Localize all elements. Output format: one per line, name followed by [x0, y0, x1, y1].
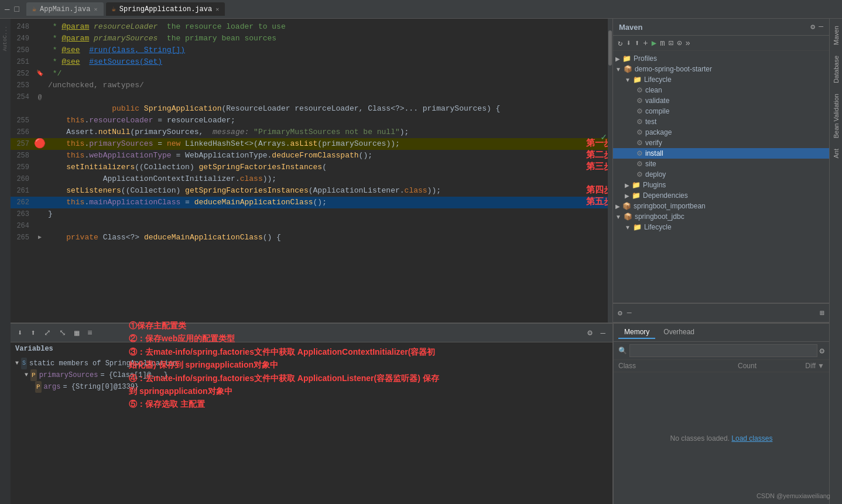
side-tab-bean-validation[interactable]: Bean Validation — [831, 89, 841, 143]
gear-icon-clean: ⚙ — [636, 86, 643, 94]
tree-arrow-dependencies: ▶ — [625, 193, 629, 199]
tree-label-site: site — [645, 160, 656, 168]
tab-appmain-label: AppMain.java — [40, 5, 90, 13]
var-value-primary: = {Class[1]@...} — [100, 369, 167, 381]
code-panel[interactable]: 248 * @param resourceLoader the resource… — [11, 19, 612, 323]
expand-icon[interactable]: ▶ — [38, 232, 42, 244]
table-row: 259 setInitializers((Collection) getSpri… — [11, 162, 612, 173]
maven-tree-clean[interactable]: ⚙ clean — [613, 85, 829, 95]
maven-tree-deploy[interactable]: ⚙ deploy — [613, 169, 829, 180]
debug-btn-2[interactable]: ⬆ — [28, 327, 37, 339]
maven-tree-plugins[interactable]: ▶ 📁 Plugins — [613, 180, 829, 190]
right-panel: Maven ⚙ — ↻ ⬇ ⬆ + ▶ m ⊡ ⊙ » ▶ 📁 Profiles — [612, 19, 829, 504]
side-tab-ant[interactable]: Ant — [831, 144, 841, 163]
maven-refresh2-btn[interactable]: ⊙ — [677, 38, 682, 48]
no-classes-text: No classes loaded. — [670, 434, 730, 443]
tab-springapp-close[interactable]: ✕ — [215, 6, 219, 13]
maven-add-btn[interactable]: + — [643, 39, 648, 48]
maven-tree-lifecycle2[interactable]: ▼ 📁 Lifecycle — [613, 222, 829, 232]
tab-memory[interactable]: Memory — [618, 326, 655, 339]
tab-appmain-close[interactable]: ✕ — [94, 6, 97, 13]
load-classes-link[interactable]: Load classes — [731, 434, 772, 443]
folder-icon-profiles: 📁 — [622, 54, 631, 63]
memory-search-input[interactable] — [629, 344, 817, 357]
side-tab-database[interactable]: Database — [831, 51, 841, 88]
maven-download-btn[interactable]: ⬇ — [626, 38, 631, 48]
table-row: 249 * @param primarySources the primary … — [11, 33, 612, 44]
code-lines: 248 * @param resourceLoader the resource… — [11, 19, 612, 246]
static-label: static members of SpringApplication — [29, 358, 177, 369]
maven-tree-jdbc[interactable]: ▼ 📦 springboot_jdbc — [613, 211, 829, 222]
br-btn-1[interactable]: ⚙ — [618, 308, 622, 318]
tree-arrow-lifecycle1: ▼ — [625, 77, 631, 83]
memory-settings-btn[interactable]: ⚙ — [820, 346, 824, 356]
win-maximize[interactable]: □ — [14, 5, 19, 14]
gear-icon-validate: ⚙ — [636, 97, 643, 105]
obj-icon-args: P — [35, 381, 42, 393]
tab-springapp[interactable]: ☕ SpringApplication.java ✕ — [106, 2, 225, 16]
maven-tree-test[interactable]: ⚙ test — [613, 116, 829, 127]
maven-tree-compile[interactable]: ⚙ compile — [613, 106, 829, 116]
br-btn-2[interactable]: — — [627, 308, 632, 318]
variables-title: Variables — [11, 342, 612, 355]
tree-label-importbean: springboot_importbean — [634, 202, 706, 210]
maven-tree-profiles[interactable]: ▶ 📁 Profiles — [613, 53, 829, 64]
debug-btn-5[interactable]: ▦ — [72, 327, 81, 339]
module-icon-jdbc: 📦 — [624, 212, 632, 221]
maven-settings-btn[interactable]: ⚙ — [810, 22, 815, 32]
tree-label-jdbc: springboot_jdbc — [635, 212, 684, 221]
scrollbar-v[interactable] — [608, 19, 612, 323]
win-minimize[interactable]: — — [5, 5, 9, 14]
table-row: 262 this.mainApplicationClass = deduceMa… — [11, 197, 612, 208]
tree-arrow-lifecycle2: ▼ — [625, 224, 631, 231]
debug-btn-6[interactable]: ≡ — [85, 327, 94, 339]
tree-arrow-plugins: ▶ — [625, 182, 629, 188]
maven-skip-btn[interactable]: ⊡ — [669, 38, 673, 48]
maven-upload-btn[interactable]: ⬆ — [635, 38, 639, 48]
maven-tree-demo[interactable]: ▼ 📦 demo-spring-boot-starter — [613, 64, 829, 74]
debug-btn-4[interactable]: ⤡ — [57, 327, 69, 339]
maven-m-btn[interactable]: m — [660, 39, 665, 48]
maven-tree-site[interactable]: ⚙ site — [613, 159, 829, 169]
gear-icon-deploy: ⚙ — [636, 170, 643, 179]
table-row: 261 setListeners((Collection) getSpringF… — [11, 185, 612, 197]
maven-tree-verify[interactable]: ⚙ verify — [613, 138, 829, 148]
table-row: 251 * @see #setSources(Set) — [11, 56, 612, 68]
tree-label-demo: demo-spring-boot-starter — [635, 65, 712, 73]
settings-btn[interactable]: ⚙ — [585, 327, 594, 339]
left-gutter: AutoC... — [0, 19, 11, 504]
debug-btn-1[interactable]: ⬇ — [15, 327, 25, 339]
maven-tree-package[interactable]: ⚙ package — [613, 127, 829, 138]
var-name-primary: primarySources — [39, 369, 98, 381]
side-tab-maven[interactable]: Maven — [831, 21, 841, 50]
table-row: 264 — [11, 220, 612, 232]
expand-icon-static[interactable]: ▼ — [15, 358, 19, 369]
maven-tree-install[interactable]: ⚙ install — [613, 148, 829, 159]
maven-run-btn[interactable]: ▶ — [652, 38, 656, 48]
br-layout-btn[interactable]: ⊞ — [820, 308, 824, 318]
expand-icon-primary[interactable]: ▼ — [25, 369, 28, 381]
debug-btn-3[interactable]: ⤢ — [42, 327, 53, 339]
maven-tree-validate[interactable]: ⚙ validate — [613, 95, 829, 106]
maven-more-btn[interactable]: » — [685, 39, 690, 48]
tab-overhead[interactable]: Overhead — [658, 326, 700, 339]
tree-label-deploy: deploy — [645, 170, 666, 179]
bottom-right-left-btns: ⚙ — — [618, 308, 632, 318]
maven-tree[interactable]: ▶ 📁 Profiles ▼ 📦 demo-spring-boot-starte… — [613, 51, 829, 303]
autocomplete-hint: AutoC... — [2, 26, 8, 51]
maven-tree-lifecycle1[interactable]: ▼ 📁 Lifecycle — [613, 74, 829, 85]
maven-tree-importbean[interactable]: ▶ 📦 springboot_importbean — [613, 201, 829, 211]
maven-minimize-btn[interactable]: — — [819, 22, 823, 32]
table-row: 256 Assert.notNull(primarySources, messa… — [11, 126, 612, 138]
main-layout: AutoC... 248 * @param resourceLoader the… — [0, 19, 842, 504]
table-row: 252 🔖 */ — [11, 68, 612, 80]
tree-arrow-importbean: ▶ — [615, 203, 620, 210]
maven-tree-dependencies[interactable]: ▶ 📁 Dependencies — [613, 190, 829, 201]
table-row: 257 🔴 this.primarySources = new LinkedHa… — [11, 138, 612, 150]
tab-appmain[interactable]: ☕ AppMain.java ✕ — [26, 2, 104, 16]
maven-refresh-btn[interactable]: ↻ — [618, 38, 622, 48]
diff-sort-icon[interactable]: ▼ — [817, 362, 824, 370]
minimize-btn[interactable]: — — [598, 327, 608, 339]
table-row: 254 @ public SpringApplication(ResourceL… — [11, 91, 612, 115]
table-row: 263 } — [11, 208, 612, 220]
